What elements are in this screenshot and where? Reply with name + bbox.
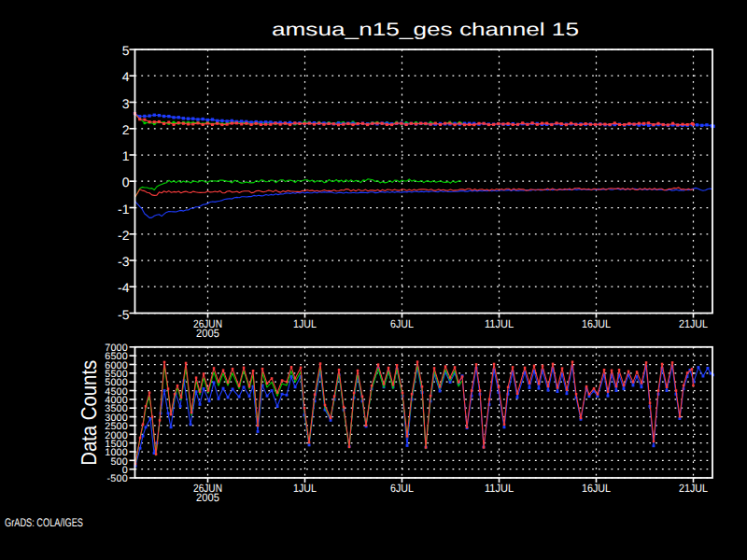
svg-text:1JUL: 1JUL <box>293 317 317 330</box>
svg-text:16JUL: 16JUL <box>582 482 611 495</box>
svg-text:1JUL: 1JUL <box>293 482 317 495</box>
svg-text:-5: -5 <box>118 307 130 322</box>
svg-text:4: 4 <box>122 69 130 84</box>
svg-text:Data Counts: Data Counts <box>77 360 101 466</box>
svg-text:21JUL: 21JUL <box>679 482 708 495</box>
svg-text:1: 1 <box>122 148 130 163</box>
svg-text:6JUL: 6JUL <box>390 482 414 495</box>
svg-text:11JUL: 11JUL <box>485 482 514 495</box>
svg-text:amsua_n15_ges channel 15: amsua_n15_ges channel 15 <box>272 20 579 40</box>
svg-text:-1: -1 <box>118 202 130 217</box>
svg-text:0: 0 <box>122 175 130 189</box>
svg-text:2: 2 <box>122 122 130 137</box>
svg-text:16JUL: 16JUL <box>582 317 611 330</box>
svg-text:5: 5 <box>122 43 130 58</box>
svg-text:2005: 2005 <box>196 327 219 340</box>
svg-text:3: 3 <box>122 96 130 111</box>
svg-text:-2: -2 <box>118 228 130 243</box>
svg-text:2005: 2005 <box>196 491 219 504</box>
svg-text:6JUL: 6JUL <box>390 317 414 330</box>
svg-text:21JUL: 21JUL <box>679 317 708 330</box>
svg-text:11JUL: 11JUL <box>485 317 514 330</box>
svg-text:7000: 7000 <box>105 343 128 354</box>
svg-text:-4: -4 <box>118 280 130 295</box>
svg-text:-3: -3 <box>118 254 130 269</box>
svg-text:GrADS: COLA/IGES: GrADS: COLA/IGES <box>5 516 83 529</box>
